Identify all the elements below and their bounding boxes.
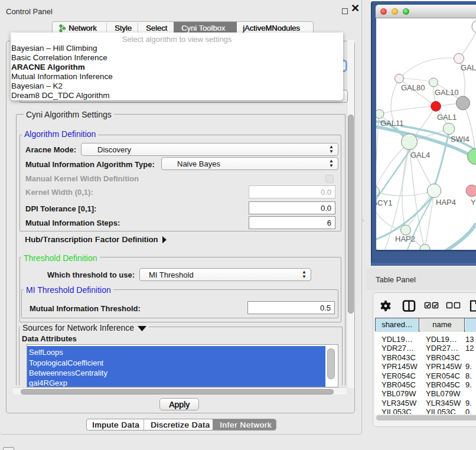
svg-text:Y: Y — [471, 198, 476, 207]
svg-text:GAL10: GAL10 — [435, 88, 458, 97]
svg-text:GAL80: GAL80 — [401, 83, 425, 92]
svg-text:SWI4: SWI4 — [451, 135, 470, 144]
svg-text:GCY1: GCY1 — [376, 198, 392, 207]
svg-text:HAP4: HAP4 — [436, 198, 456, 207]
svg-text:GAL11: GAL11 — [380, 119, 404, 128]
svg-text:GAL4: GAL4 — [410, 151, 430, 159]
svg-text:GAL7: GAL7 — [461, 63, 476, 72]
svg-text:HAP2: HAP2 — [395, 234, 415, 243]
svg-text:GAL1: GAL1 — [437, 113, 457, 122]
